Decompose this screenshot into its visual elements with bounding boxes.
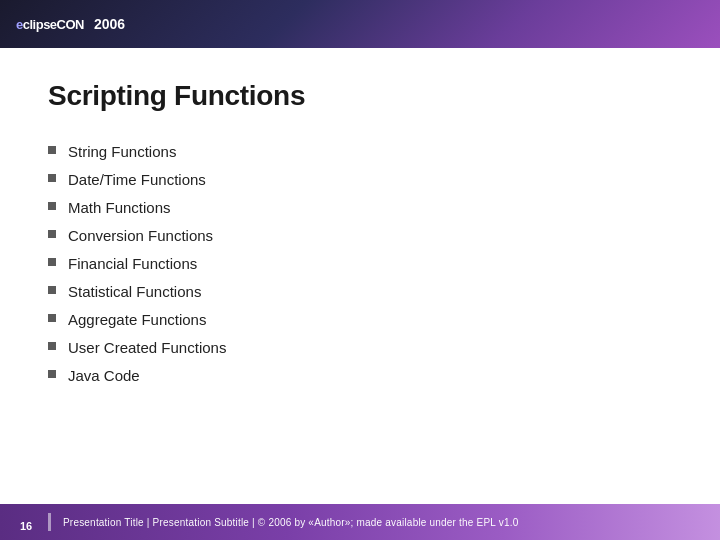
logo-eclipse: eeclipseclipseCON	[16, 17, 84, 32]
bullet-icon	[48, 230, 56, 238]
bullet-item: String Functions	[48, 140, 672, 164]
slide-title: Scripting Functions	[48, 80, 672, 112]
main-content: Scripting Functions String FunctionsDate…	[0, 48, 720, 540]
bullet-icon	[48, 202, 56, 210]
bullet-icon	[48, 370, 56, 378]
bullet-item: Aggregate Functions	[48, 308, 672, 332]
page-number: 16	[20, 520, 32, 532]
footer: 16 Presentation Title | Presentation Sub…	[0, 504, 720, 540]
bullet-item: User Created Functions	[48, 336, 672, 360]
bullet-item: Financial Functions	[48, 252, 672, 276]
bullet-icon	[48, 258, 56, 266]
bullet-icon	[48, 314, 56, 322]
footer-divider	[48, 513, 51, 531]
slide: eeclipseclipseCON 2006 Scripting Functio…	[0, 0, 720, 540]
bullet-text: Conversion Functions	[68, 224, 213, 248]
footer-text: Presentation Title | Presentation Subtit…	[63, 517, 518, 528]
bullet-text: User Created Functions	[68, 336, 226, 360]
logo-year: 2006	[94, 16, 125, 32]
bullet-text: Java Code	[68, 364, 140, 388]
bullet-list: String FunctionsDate/Time FunctionsMath …	[48, 140, 672, 388]
bullet-item: Conversion Functions	[48, 224, 672, 248]
bullet-icon	[48, 146, 56, 154]
bullet-text: Date/Time Functions	[68, 168, 206, 192]
bullet-icon	[48, 174, 56, 182]
bullet-item: Date/Time Functions	[48, 168, 672, 192]
bullet-item: Java Code	[48, 364, 672, 388]
bullet-icon	[48, 342, 56, 350]
bullet-item: Statistical Functions	[48, 280, 672, 304]
header-bar: eeclipseclipseCON 2006	[0, 0, 720, 48]
logo-area: eeclipseclipseCON 2006	[16, 16, 125, 32]
bullet-text: String Functions	[68, 140, 176, 164]
bullet-item: Math Functions	[48, 196, 672, 220]
bullet-text: Statistical Functions	[68, 280, 201, 304]
bullet-text: Aggregate Functions	[68, 308, 206, 332]
bullet-icon	[48, 286, 56, 294]
bullet-text: Financial Functions	[68, 252, 197, 276]
bullet-text: Math Functions	[68, 196, 171, 220]
